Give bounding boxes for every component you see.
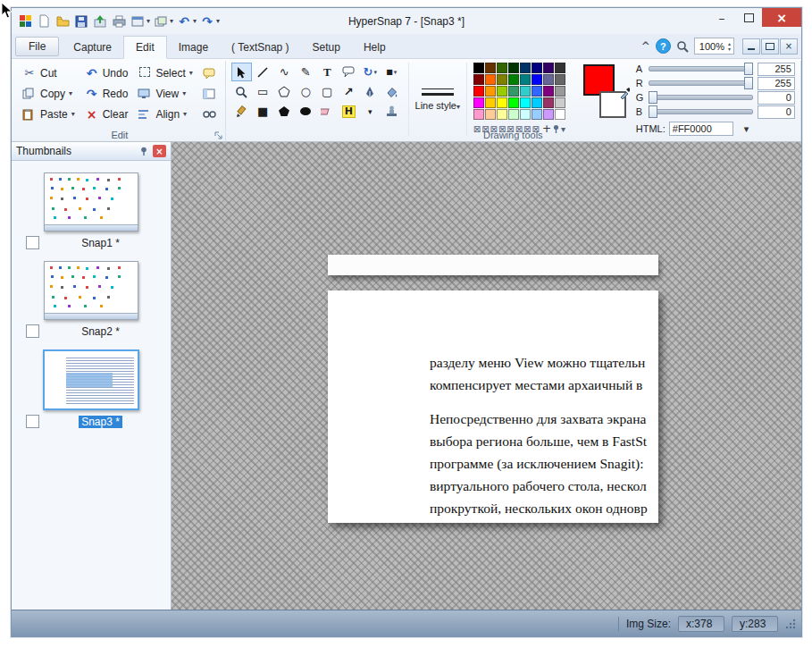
palette-color[interactable] [532, 97, 542, 108]
palette-color[interactable] [497, 74, 507, 85]
alpha-value[interactable]: 255 [758, 63, 795, 76]
undo-dropdown[interactable]: ▾ [193, 17, 197, 25]
thumbnail-image[interactable] [44, 173, 138, 231]
palette-color[interactable] [543, 97, 554, 108]
palette-color[interactable] [555, 109, 565, 120]
editor-canvas[interactable]: разделу меню View можно тщательн компенс… [172, 142, 801, 610]
thumbnail-image[interactable] [44, 261, 138, 320]
view-button[interactable]: View▾ [135, 87, 195, 101]
tab-edit[interactable]: Edit [123, 36, 167, 59]
palette-color[interactable] [497, 86, 507, 97]
tab-image[interactable]: Image [167, 37, 220, 58]
palette-color[interactable] [543, 63, 554, 73]
palette-color[interactable] [532, 109, 542, 120]
copy-to-icon[interactable] [153, 13, 169, 29]
pencil-tool[interactable]: ✎ [296, 63, 316, 81]
palette-color[interactable] [543, 109, 554, 120]
zoom-tool[interactable] [231, 82, 252, 101]
minimize-button[interactable]: – [708, 8, 735, 27]
capture-window-dropdown[interactable]: ▾ [146, 17, 150, 25]
close-button[interactable]: × [762, 8, 801, 27]
palette-color[interactable] [520, 86, 531, 97]
tab-help[interactable]: Help [352, 37, 398, 58]
help-icon[interactable]: ? [656, 38, 671, 54]
undo-icon[interactable]: ↶ [176, 13, 192, 29]
thumbnail-snap1[interactable]: Snap1 * [21, 173, 162, 249]
arrow-tool[interactable]: ↗ [339, 82, 359, 101]
more-tools-dropdown[interactable]: ▾ [360, 102, 381, 121]
tab-textsnap[interactable]: ( TextSnap ) [220, 37, 300, 58]
palette-color[interactable] [555, 97, 565, 108]
palette-color[interactable] [473, 86, 484, 97]
rotate-tool[interactable]: ↻▾ [360, 63, 381, 81]
palette-color[interactable] [543, 74, 554, 85]
palette-color[interactable] [508, 86, 519, 97]
glasses-button[interactable] [200, 109, 220, 119]
zoom-spinner[interactable]: ▴▾ [728, 41, 731, 52]
tab-file[interactable]: File [15, 37, 59, 56]
redo-button[interactable]: ↷ Redo [82, 86, 131, 102]
palette-color[interactable] [497, 97, 507, 108]
captured-image-page[interactable]: разделу меню View можно тщательн компенс… [328, 290, 658, 523]
thumbnail-snap2[interactable]: Snap2 * [21, 261, 162, 338]
palette-color[interactable] [473, 63, 484, 73]
print-icon[interactable] [111, 13, 127, 29]
undo-button[interactable]: ↶ Undo [82, 65, 131, 81]
palette-color[interactable] [520, 63, 531, 73]
line-style-button[interactable]: Line style▾ [408, 63, 467, 136]
eraser-tool[interactable] [317, 102, 338, 121]
eyedropper-icon[interactable] [618, 86, 630, 99]
palette-color[interactable] [473, 74, 484, 85]
filled-polygon-tool[interactable] [274, 102, 295, 121]
dialog-launcher-icon[interactable] [214, 131, 222, 139]
palette-color[interactable] [520, 97, 531, 108]
red-slider[interactable] [649, 80, 753, 86]
thumbnail-label[interactable]: Snap3 * [79, 416, 122, 428]
redo-icon[interactable]: ↷ [199, 13, 215, 29]
thumbnail-label[interactable]: Snap1 * [39, 237, 162, 249]
polygon-tool[interactable] [274, 82, 295, 101]
palette-color[interactable] [497, 63, 507, 73]
thumbnail-image[interactable] [43, 349, 139, 410]
palette-color[interactable] [508, 97, 519, 108]
palette-color[interactable] [532, 86, 542, 97]
select-button[interactable]: Select▾ [135, 66, 195, 80]
mdi-minimize-button[interactable] [742, 38, 760, 55]
curve-tool[interactable]: ∿ [274, 63, 295, 81]
shape-picker-tool[interactable]: ■▾ [381, 63, 402, 81]
thumbnail-checkbox[interactable] [26, 236, 39, 249]
capture-window-icon[interactable] [130, 13, 146, 29]
paste-button[interactable]: Paste▾ [20, 107, 78, 122]
palette-color[interactable] [485, 97, 496, 108]
collapse-ribbon-icon[interactable]: ^ [641, 40, 650, 53]
palette-color[interactable] [532, 63, 542, 73]
ellipse-tool[interactable]: ○ [296, 82, 316, 101]
pen-tool[interactable] [360, 82, 381, 101]
filled-ellipse-tool[interactable] [296, 102, 316, 121]
palette-color[interactable] [485, 63, 496, 73]
palette-color[interactable] [485, 74, 496, 85]
save-icon[interactable] [73, 13, 89, 29]
close-panel-icon[interactable]: × [153, 145, 166, 157]
palette-color[interactable] [473, 97, 484, 108]
palette-color[interactable] [520, 74, 531, 85]
palette-color[interactable] [520, 109, 531, 120]
thumbnail-checkbox[interactable] [26, 415, 39, 428]
select-tool[interactable] [231, 63, 252, 81]
open-folder-icon[interactable] [54, 13, 71, 29]
clear-button[interactable]: × Clear [82, 106, 131, 122]
rounded-rect-tool[interactable]: ▢ [317, 82, 338, 101]
mdi-restore-button[interactable] [761, 38, 779, 55]
resize-grip[interactable] [785, 619, 796, 629]
tab-setup[interactable]: Setup [301, 37, 352, 58]
thumbnail-snap3[interactable]: Snap3 * [21, 349, 162, 428]
text-tool[interactable]: T [317, 63, 338, 81]
palette-color[interactable] [508, 63, 519, 73]
line-tool[interactable] [253, 63, 273, 81]
blue-slider[interactable] [649, 109, 753, 114]
palette-color[interactable] [485, 86, 496, 97]
green-slider[interactable] [649, 95, 753, 100]
panels-button[interactable] [200, 88, 220, 100]
palette-color[interactable] [473, 109, 484, 120]
new-file-icon[interactable] [36, 13, 52, 29]
